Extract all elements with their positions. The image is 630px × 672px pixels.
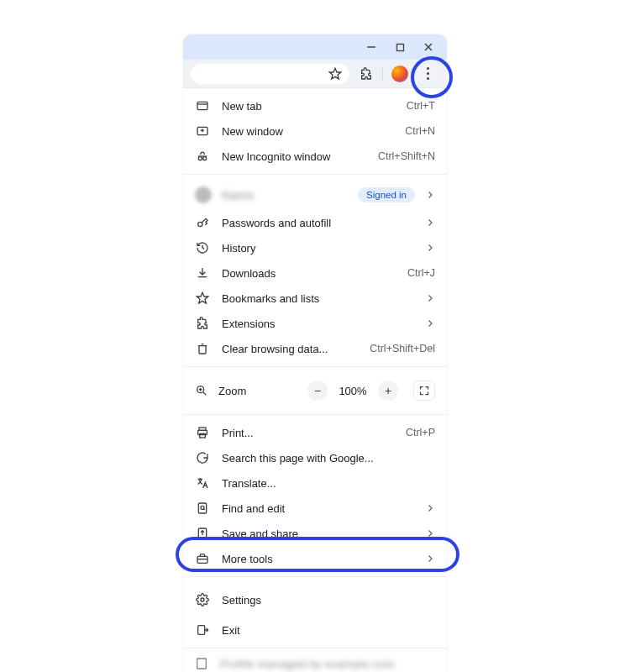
menu-item-bookmarks[interactable]: Bookmarks and lists xyxy=(183,286,447,311)
svg-point-12 xyxy=(198,222,202,226)
app-menu: New tab Ctrl+T New window Ctrl+N New Inc… xyxy=(183,88,447,672)
svg-rect-5 xyxy=(197,102,207,109)
menu-item-label: New window xyxy=(222,125,393,138)
menu-item-label: Bookmarks and lists xyxy=(222,292,413,305)
menu-item-label: Clear browsing data... xyxy=(222,343,358,355)
menu-item-new-incognito[interactable]: New Incognito window Ctrl+Shift+N xyxy=(183,144,447,169)
menu-item-extensions[interactable]: Extensions xyxy=(183,311,447,336)
menu-item-settings[interactable]: Settings xyxy=(183,582,447,617)
extensions-puzzle-icon[interactable] xyxy=(359,66,374,81)
zoom-row: Zoom − 100% + xyxy=(183,372,447,409)
google-g-icon xyxy=(195,450,210,465)
menu-item-shortcut: Ctrl+Shift+N xyxy=(378,150,435,162)
menu-item-passwords[interactable]: Passwords and autofill xyxy=(183,210,447,235)
fullscreen-icon xyxy=(419,386,429,396)
menu-item-more-tools[interactable]: More tools xyxy=(183,546,447,571)
menu-item-translate[interactable]: Translate... xyxy=(183,470,447,496)
menu-section-settings-exit: Settings Exit xyxy=(183,577,447,648)
new-tab-icon xyxy=(195,98,210,113)
chevron-right-icon xyxy=(425,190,435,200)
zoom-label: Zoom xyxy=(218,385,297,397)
chevron-right-icon xyxy=(425,318,435,328)
zoom-out-button[interactable]: − xyxy=(307,381,328,401)
menu-item-find[interactable]: Find and edit xyxy=(183,496,447,521)
account-avatar-icon xyxy=(195,186,212,203)
svg-rect-1 xyxy=(396,44,403,50)
app-menu-button[interactable] xyxy=(417,63,438,85)
menu-item-clear-browsing-data[interactable]: Clear browsing data... Ctrl+Shift+Del xyxy=(183,336,447,361)
menu-item-label: New Incognito window xyxy=(222,150,366,163)
zoom-value: 100% xyxy=(338,385,368,397)
trash-icon xyxy=(195,341,210,356)
gear-icon xyxy=(195,592,210,607)
svg-line-15 xyxy=(203,392,206,395)
menu-item-label: New tab xyxy=(222,100,395,113)
zoom-in-button[interactable]: + xyxy=(378,381,398,401)
managed-by-text: Profile managed by example.com xyxy=(220,658,435,670)
window-maximize-button[interactable] xyxy=(393,40,407,54)
puzzle-icon xyxy=(195,316,210,331)
menu-item-shortcut: Ctrl+N xyxy=(405,125,435,137)
svg-point-10 xyxy=(198,157,202,160)
translate-icon xyxy=(195,475,210,491)
menu-item-new-window[interactable]: New window Ctrl+N xyxy=(183,118,447,144)
minus-icon: − xyxy=(314,384,321,397)
browser-window: New tab Ctrl+T New window Ctrl+N New Inc… xyxy=(183,34,447,672)
menu-item-downloads[interactable]: Downloads Ctrl+J xyxy=(183,260,447,286)
menu-item-new-tab[interactable]: New tab Ctrl+T xyxy=(183,93,447,118)
menu-item-label: Extensions xyxy=(222,318,413,330)
window-minimize-button[interactable] xyxy=(365,40,378,54)
incognito-icon xyxy=(195,149,210,164)
menu-footer: Profile managed by example.com xyxy=(183,648,447,672)
zoom-icon xyxy=(195,384,208,397)
account-row[interactable]: Name Signed in xyxy=(183,180,447,210)
window-close-button[interactable] xyxy=(422,40,435,54)
menu-item-history[interactable]: History xyxy=(183,235,447,260)
svg-line-24 xyxy=(203,509,204,510)
print-icon xyxy=(195,425,210,440)
bookmark-star-icon[interactable] xyxy=(328,66,343,81)
share-icon xyxy=(195,526,210,541)
menu-item-shortcut: Ctrl+T xyxy=(407,100,435,112)
chevron-right-icon xyxy=(425,218,435,228)
menu-section-tools: Print... Ctrl+P Search this page with Go… xyxy=(183,415,447,577)
menu-item-search-page[interactable]: Search this page with Google... xyxy=(183,445,447,470)
omnibox[interactable] xyxy=(190,63,350,85)
kebab-icon xyxy=(427,66,429,81)
menu-item-shortcut: Ctrl+J xyxy=(407,267,435,279)
chevron-right-icon xyxy=(425,503,435,513)
chevron-right-icon xyxy=(425,528,435,538)
toolbox-icon xyxy=(195,551,210,566)
menu-item-shortcut: Ctrl+P xyxy=(406,427,435,438)
key-icon xyxy=(195,215,210,230)
history-icon xyxy=(195,240,210,255)
menu-section-tabs: New tab Ctrl+T New window Ctrl+N New Inc… xyxy=(183,88,447,175)
chevron-right-icon xyxy=(425,293,435,303)
star-icon xyxy=(195,291,210,306)
menu-item-label: Exit xyxy=(222,624,435,637)
download-icon xyxy=(195,265,210,281)
profile-avatar[interactable] xyxy=(391,66,408,82)
new-window-icon xyxy=(195,123,210,139)
svg-rect-29 xyxy=(198,626,205,635)
menu-item-label: Find and edit xyxy=(222,502,413,515)
menu-item-print[interactable]: Print... Ctrl+P xyxy=(183,420,447,445)
menu-item-label: More tools xyxy=(222,553,413,565)
menu-section-zoom: Zoom − 100% + xyxy=(183,367,447,415)
svg-point-11 xyxy=(203,157,207,160)
menu-item-save-share[interactable]: Save and share xyxy=(183,521,447,546)
svg-marker-13 xyxy=(197,292,207,303)
plus-icon: + xyxy=(385,384,391,397)
account-name: Name xyxy=(222,189,348,202)
menu-item-exit[interactable]: Exit xyxy=(183,617,447,643)
browser-toolbar xyxy=(183,60,447,88)
find-icon xyxy=(195,501,210,516)
menu-item-label: Search this page with Google... xyxy=(222,452,435,465)
fullscreen-button[interactable] xyxy=(413,381,435,401)
menu-item-label: Save and share xyxy=(222,528,413,540)
menu-item-label: Downloads xyxy=(222,267,396,280)
menu-item-shortcut: Ctrl+Shift+Del xyxy=(370,343,435,354)
window-titlebar xyxy=(183,34,447,60)
org-icon xyxy=(195,657,208,670)
chevron-right-icon xyxy=(425,243,435,253)
